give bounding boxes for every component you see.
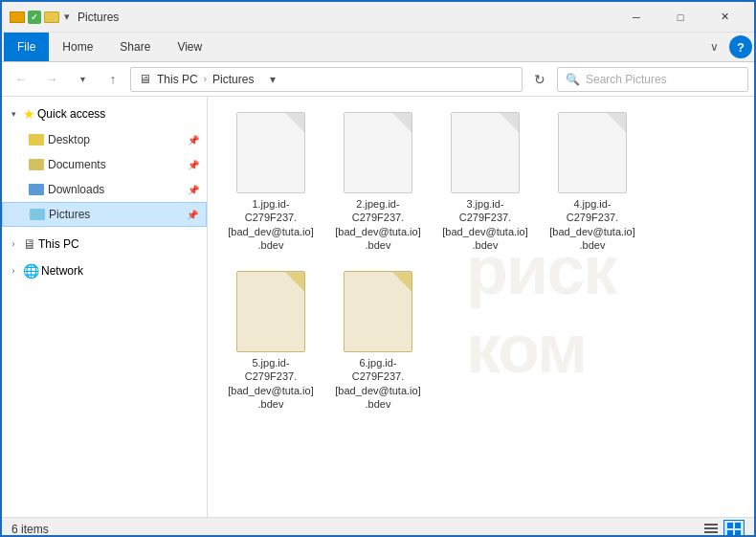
address-bar: ← → ▾ ↑ 🖥 This PC › Pictures ▾ ↻ 🔍 Searc…	[2, 62, 754, 97]
pictures-folder-icon	[30, 207, 45, 222]
title-bar: ✓ ▾ Pictures ─ □ ✕	[2, 2, 754, 33]
quick-access-star-icon: ★	[23, 106, 35, 122]
search-placeholder: Search Pictures	[586, 73, 667, 86]
file-icon-4	[558, 112, 627, 193]
network-expand-icon: ›	[6, 263, 21, 279]
content-area: рискком 1.jpg.id-C279F237.[bad_dev@tuta.…	[208, 97, 754, 517]
file-item-4[interactable]: 4.jpg.id-C279F237.[bad_dev@tuta.io].bdev	[545, 108, 640, 256]
maximize-button[interactable]: □	[658, 2, 702, 33]
window-controls: ─ □ ✕	[614, 2, 746, 33]
ribbon-tabs: File Home Share View ∨ ?	[2, 33, 754, 61]
svg-rect-4	[735, 523, 741, 528]
file-name-6: 6.jpg.id-C279F237.[bad_dev@tuta.io].bdev	[334, 356, 422, 411]
file-name-1: 1.jpg.id-C279F237.[bad_dev@tuta.io].bdev	[227, 197, 315, 252]
svg-rect-0	[704, 524, 718, 526]
downloads-folder-icon	[29, 182, 44, 197]
titlebar-arrow: ▾	[64, 11, 70, 23]
sidebar-item-desktop[interactable]: Desktop 📌	[2, 127, 207, 152]
quick-access-label: Quick access	[37, 107, 105, 121]
pc-icon: 🖥	[139, 72, 151, 86]
help-button[interactable]: ?	[729, 35, 752, 58]
desktop-folder-icon	[29, 132, 44, 147]
file-name-2: 2.jpeg.id-C279F237.[bad_dev@tuta.io].bde…	[334, 197, 422, 252]
this-pc-icon: 🖥	[23, 236, 36, 252]
quick-access-expand-icon: ▾	[6, 106, 21, 122]
network-header[interactable]: › 🌐 Network	[2, 257, 207, 284]
desktop-label: Desktop	[48, 133, 90, 146]
network-label: Network	[41, 264, 83, 278]
address-path[interactable]: 🖥 This PC › Pictures ▾	[130, 67, 523, 92]
file-item-1[interactable]: 1.jpg.id-C279F237.[bad_dev@tuta.io].bdev	[223, 108, 319, 256]
ribbon-right: ∨ ?	[702, 35, 752, 58]
titlebar-icon-3	[44, 11, 59, 23]
minimize-button[interactable]: ─	[614, 2, 658, 33]
file-icon-6	[344, 271, 412, 352]
sidebar-item-pictures[interactable]: Pictures 📌	[2, 202, 207, 227]
file-item-3[interactable]: 3.jpg.id-C279F237.[bad_dev@tuta.io].bdev	[437, 108, 533, 256]
network-globe-icon: 🌐	[23, 263, 39, 279]
tab-view[interactable]: View	[164, 33, 215, 61]
file-icon-1	[236, 112, 305, 193]
search-icon: 🔍	[566, 73, 580, 86]
file-icon-3	[451, 112, 520, 193]
file-icon-2	[344, 112, 412, 193]
refresh-button[interactable]: ↻	[526, 66, 553, 93]
close-button[interactable]: ✕	[702, 2, 746, 33]
tab-share[interactable]: Share	[106, 33, 164, 61]
documents-pin-icon: 📌	[188, 160, 199, 170]
pictures-pin-icon: 📌	[187, 210, 198, 220]
item-count: 6 items	[11, 523, 49, 536]
this-pc-label: This PC	[38, 237, 79, 251]
desktop-pin-icon: 📌	[188, 135, 199, 145]
path-dropdown-icon[interactable]: ▾	[263, 73, 282, 86]
large-icons-view-button[interactable]	[723, 520, 745, 538]
svg-rect-6	[735, 530, 741, 536]
tab-home[interactable]: Home	[49, 33, 106, 61]
sidebar-item-downloads[interactable]: Downloads 📌	[2, 177, 207, 202]
documents-folder-icon	[29, 157, 44, 172]
sidebar: ▾ ★ Quick access Desktop 📌 Documents 📌 D…	[2, 97, 208, 517]
main-area: ▾ ★ Quick access Desktop 📌 Documents 📌 D…	[2, 97, 754, 517]
tab-file[interactable]: File	[4, 33, 49, 61]
sidebar-item-documents[interactable]: Documents 📌	[2, 152, 207, 177]
path-pictures: Pictures	[212, 73, 254, 86]
view-controls	[700, 520, 745, 538]
path-thispc: This PC	[157, 73, 198, 86]
forward-button[interactable]: →	[38, 66, 65, 93]
titlebar-icons: ✓ ▾	[10, 11, 70, 24]
file-item-5[interactable]: 5.jpg.id-C279F237.[bad_dev@tuta.io].bdev	[223, 267, 319, 414]
dropdown-button[interactable]: ▾	[69, 66, 96, 93]
back-button[interactable]: ←	[8, 66, 34, 93]
ribbon-collapse-button[interactable]: ∨	[702, 35, 725, 58]
ribbon: File Home Share View ∨ ?	[2, 33, 754, 62]
svg-rect-3	[727, 523, 733, 528]
path-sep-1: ›	[204, 74, 207, 84]
this-pc-header[interactable]: › 🖥 This PC	[2, 231, 207, 257]
file-name-4: 4.jpg.id-C279F237.[bad_dev@tuta.io].bdev	[548, 197, 636, 252]
svg-rect-1	[704, 527, 718, 529]
svg-rect-2	[704, 531, 718, 533]
list-view-button[interactable]	[700, 520, 722, 538]
documents-label: Documents	[48, 158, 106, 171]
status-bar: 6 items	[2, 517, 754, 537]
file-item-2[interactable]: 2.jpeg.id-C279F237.[bad_dev@tuta.io].bde…	[330, 108, 426, 256]
downloads-pin-icon: 📌	[188, 185, 199, 195]
search-box[interactable]: 🔍 Search Pictures	[557, 67, 748, 92]
file-name-3: 3.jpg.id-C279F237.[bad_dev@tuta.io].bdev	[441, 197, 529, 252]
titlebar-icon-1	[10, 11, 25, 23]
file-icon-5	[236, 271, 305, 352]
pictures-label: Pictures	[49, 208, 90, 221]
file-item-6[interactable]: 6.jpg.id-C279F237.[bad_dev@tuta.io].bdev	[330, 267, 426, 414]
downloads-label: Downloads	[48, 183, 104, 196]
up-button[interactable]: ↑	[100, 66, 126, 93]
quick-access-header[interactable]: ▾ ★ Quick access	[2, 101, 207, 127]
file-name-5: 5.jpg.id-C279F237.[bad_dev@tuta.io].bdev	[227, 356, 315, 411]
svg-rect-5	[727, 530, 733, 536]
this-pc-expand-icon: ›	[6, 236, 21, 252]
titlebar-icon-2: ✓	[28, 11, 41, 24]
window-title: Pictures	[78, 11, 614, 24]
